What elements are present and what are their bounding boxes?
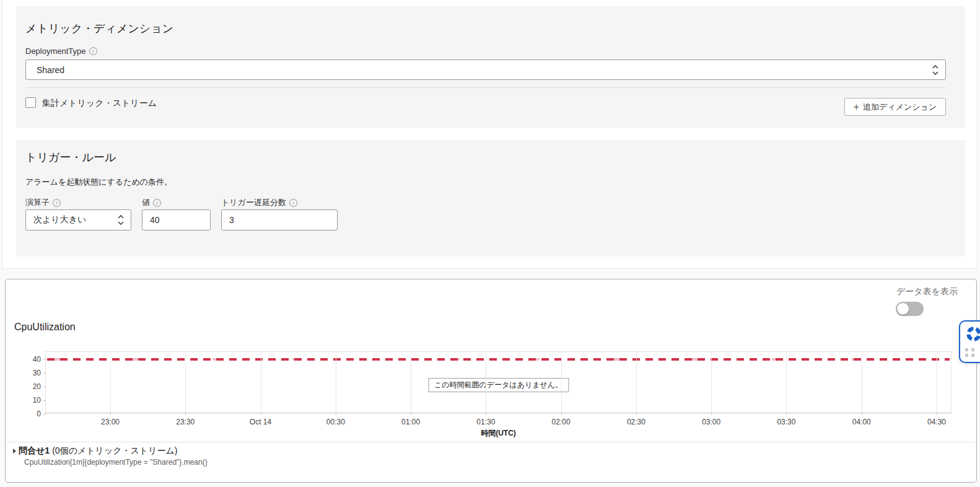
gridline xyxy=(185,352,186,413)
trigger-rule-description: アラームを起動状態にするための条件。 xyxy=(25,177,172,188)
info-icon[interactable]: i xyxy=(53,199,61,207)
gridline xyxy=(110,352,111,413)
x-tick-mark xyxy=(411,413,411,415)
chart-title: CpuUtilization xyxy=(14,322,76,333)
info-icon[interactable]: i xyxy=(89,47,97,55)
value-input[interactable]: 40 xyxy=(142,209,211,230)
lifebuoy-icon[interactable] xyxy=(965,325,980,343)
divider xyxy=(7,442,975,442)
deployment-type-label: DeploymentType i xyxy=(25,46,97,56)
help-widget[interactable] xyxy=(959,320,980,363)
x-tick-label: Oct 14 xyxy=(250,418,271,426)
toggle-knob xyxy=(897,303,909,315)
trigger-delay-input[interactable]: 3 xyxy=(221,209,338,230)
aggregate-metric-streams-checkbox[interactable] xyxy=(25,97,36,108)
gridline xyxy=(711,352,712,413)
alarm-definition-page: メトリック・ディメンション DeploymentType i Shared 集計… xyxy=(0,0,980,487)
deployment-type-select[interactable]: Shared xyxy=(25,59,946,80)
gridline xyxy=(786,352,787,413)
y-tick-mark xyxy=(43,387,46,387)
trigger-rule-section: トリガー・ルール アラームを起動状態にするための条件。 演算子 i 値 i トリ… xyxy=(16,140,965,257)
divider xyxy=(25,87,946,88)
gridline xyxy=(486,352,486,413)
x-tick-label: 23:30 xyxy=(176,418,195,426)
y-tick-label: 20 xyxy=(33,382,41,391)
expand-arrow-icon xyxy=(13,449,16,454)
plus-icon xyxy=(854,102,859,113)
metric-dimension-title: メトリック・ディメンション xyxy=(25,21,173,36)
x-tick-mark xyxy=(636,413,637,415)
x-tick-label: 23:00 xyxy=(101,418,120,426)
gridline xyxy=(411,352,411,413)
gridline xyxy=(937,352,937,413)
operator-label: 演算子 i xyxy=(25,197,61,208)
trigger-delay-label: トリガー遅延分数 i xyxy=(221,197,297,208)
x-tick-label: 03:00 xyxy=(702,418,720,426)
x-tick-label: 04:00 xyxy=(852,418,871,426)
threshold-line xyxy=(47,358,950,361)
gridline xyxy=(636,352,637,413)
alarm-form-card: メトリック・ディメンション DeploymentType i Shared 集計… xyxy=(2,0,978,269)
aggregate-metric-streams-label: 集計メトリック・ストリーム xyxy=(42,98,157,109)
x-tick-mark xyxy=(711,413,712,415)
query-summary[interactable]: 問合せ1 (0個のメトリック・ストリーム) xyxy=(13,445,178,457)
chevron-updown-icon xyxy=(932,64,939,76)
x-tick-mark xyxy=(185,413,186,415)
x-tick-label: 01:00 xyxy=(401,418,420,426)
info-icon[interactable]: i xyxy=(153,199,161,207)
x-tick-mark xyxy=(110,413,111,415)
gridline xyxy=(336,352,336,413)
metric-preview-card: データ表を表示 CpuUtilization この時間範囲のデータはありません。… xyxy=(5,279,977,483)
x-tick-label: 01:30 xyxy=(476,418,495,426)
show-data-table-toggle[interactable] xyxy=(896,302,924,316)
metric-dimension-section: メトリック・ディメンション DeploymentType i Shared 集計… xyxy=(16,6,965,128)
info-icon[interactable]: i xyxy=(289,199,297,207)
y-tick-label: 40 xyxy=(33,355,41,364)
operator-select[interactable]: 次より大きい xyxy=(25,209,131,230)
x-tick-mark xyxy=(261,413,261,415)
value-label: 値 i xyxy=(142,197,161,208)
gridline xyxy=(561,352,562,413)
x-tick-label: 03:30 xyxy=(777,418,795,426)
x-tick-mark xyxy=(937,413,937,415)
xaxis-title: 時間(UTC) xyxy=(45,428,952,439)
chevron-updown-icon xyxy=(117,214,125,226)
y-tick-mark xyxy=(43,414,46,415)
chart-plot-area: この時間範囲のデータはありません。 23:0023:30Oct 1400:300… xyxy=(45,351,952,413)
x-tick-mark xyxy=(336,413,336,415)
x-tick-label: 02:00 xyxy=(552,418,571,426)
x-tick-mark xyxy=(561,413,562,415)
x-tick-label: 04:30 xyxy=(927,418,946,426)
x-tick-label: 00:30 xyxy=(326,418,345,426)
y-tick-label: 0 xyxy=(37,410,41,418)
gridline xyxy=(261,352,261,413)
query-expression: CpuUtilization[1m]{deploymentType = "Sha… xyxy=(24,458,208,467)
show-data-table-label: データ表を表示 xyxy=(896,286,958,297)
trigger-rule-title: トリガー・ルール xyxy=(25,150,116,165)
drag-handle-icon[interactable] xyxy=(965,348,976,357)
x-tick-mark xyxy=(862,413,862,415)
y-tick-label: 10 xyxy=(33,396,41,405)
x-tick-mark xyxy=(786,413,787,415)
add-dimension-button[interactable]: 追加ディメンション xyxy=(844,98,946,116)
y-tick-label: 30 xyxy=(33,369,41,377)
y-tick-mark xyxy=(43,359,46,360)
y-tick-mark xyxy=(43,373,46,374)
gridline xyxy=(862,352,862,413)
y-tick-mark xyxy=(43,400,46,401)
x-tick-label: 02:30 xyxy=(627,418,645,426)
no-data-message: この時間範囲のデータはありません。 xyxy=(428,378,569,392)
x-tick-mark xyxy=(486,413,486,415)
